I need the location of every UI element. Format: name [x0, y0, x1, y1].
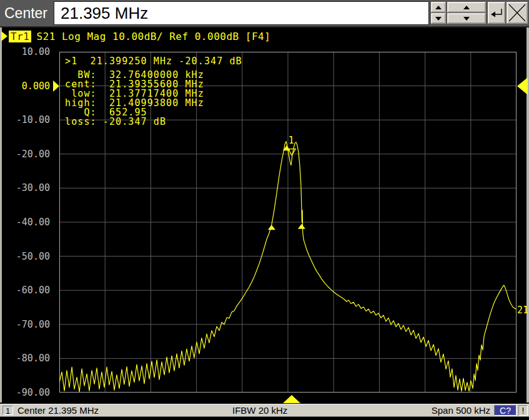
y-axis-label: -90.00 — [0, 387, 54, 398]
status-bar: 1 Center 21.395 MHz IFBW 20 kHz Span 500… — [0, 404, 529, 417]
bandwidth-search-panel: BW: 32.76400000 kHz cent: 21.39355600 MH… — [65, 71, 204, 127]
warning-indicator: ! — [518, 405, 528, 416]
marker1-number-label: 1 — [289, 135, 294, 146]
close-x-icon — [508, 4, 526, 22]
step-down-large-button[interactable] — [447, 13, 486, 24]
arrow-down-icon — [463, 17, 470, 21]
step-up-large-button[interactable] — [447, 2, 486, 12]
bandwidth-marker-icon[interactable] — [298, 224, 305, 229]
y-axis-label: -10.00 — [0, 114, 54, 125]
step-up-small-button[interactable] — [431, 2, 446, 12]
marker1-stimulus-indicator[interactable] — [283, 395, 300, 403]
enter-return-icon — [490, 7, 503, 19]
y-axis-label: -40.00 — [0, 217, 54, 228]
status-center-frequency: Center 21.395 MHz — [17, 405, 99, 416]
y-axis-label: 0.000 — [0, 81, 54, 92]
bandwidth-marker-icon[interactable] — [268, 225, 275, 230]
loss-value: loss: -20.347 dB — [65, 117, 204, 127]
y-axis-label: -30.00 — [0, 182, 54, 193]
reference-level-marker-right[interactable] — [517, 77, 528, 95]
trace1-badge[interactable]: Tr1 — [9, 31, 31, 42]
step-down-small-button[interactable] — [431, 13, 446, 24]
center-frequency-input[interactable]: 21.395 MHz — [54, 1, 429, 25]
channel-number-box: 1 — [2, 406, 13, 415]
vna-screen: Center 21.395 MHz — [0, 0, 529, 420]
correction-status-badge: C? — [494, 405, 517, 416]
arrow-up-icon — [463, 6, 470, 9]
entry-field-label: Center — [4, 0, 47, 26]
y-axis-label: 10.00 — [0, 46, 54, 57]
reference-level-marker-left[interactable] — [53, 81, 59, 92]
arrow-down-icon — [435, 17, 442, 21]
status-span: Span 500 kHz — [432, 405, 490, 416]
y-axis-label: -20.00 — [0, 149, 54, 160]
y-axis-label: -60.00 — [0, 285, 54, 296]
y-axis-label: -70.00 — [0, 319, 54, 330]
marker1-readout: >1 21.399250 MHz -20.347 dB — [65, 56, 242, 67]
y-axis-label: -50.00 — [0, 251, 54, 262]
active-trace-arrow-icon — [1, 31, 7, 41]
arrow-up-icon — [435, 6, 442, 9]
enter-button[interactable] — [488, 2, 505, 24]
status-ifbw: IFBW 20 kHz — [232, 405, 287, 416]
trace-header: Tr1 S21 Log Mag 10.00dB/ Ref 0.000dB [F4… — [1, 30, 270, 42]
y-axis-label: -80.00 — [0, 353, 54, 364]
close-entry-button[interactable] — [507, 2, 528, 24]
trace1-format-text: S21 Log Mag 10.00dB/ Ref 0.000dB [F4] — [36, 31, 270, 42]
entry-toolbar: Center 21.395 MHz — [0, 0, 529, 27]
trace1-end-label: 21 — [517, 305, 528, 316]
